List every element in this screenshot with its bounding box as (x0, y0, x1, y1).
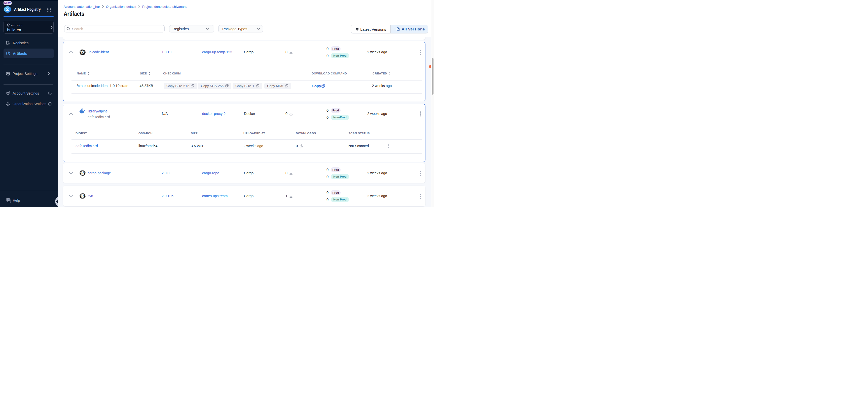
svg-text:R: R (81, 194, 84, 198)
svg-text:R: R (81, 171, 84, 175)
svg-text:R: R (81, 50, 84, 54)
svg-text:?: ? (7, 198, 9, 201)
